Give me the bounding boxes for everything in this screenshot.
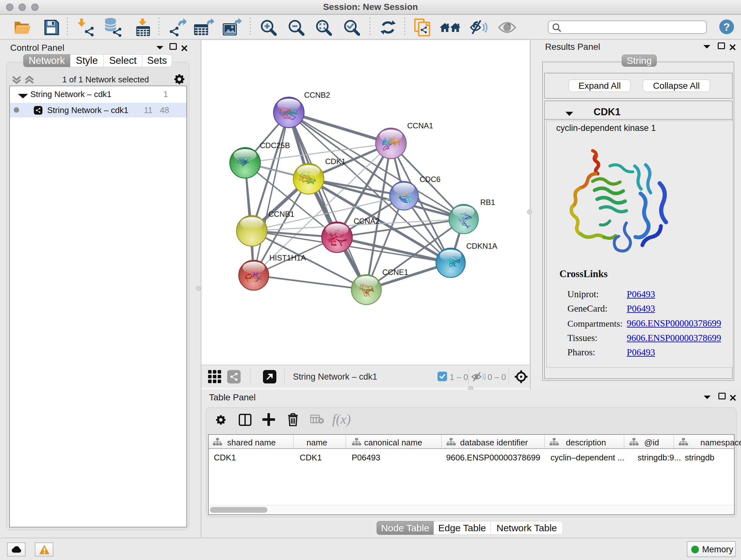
svg-text:CCNA1: CCNA1 — [407, 121, 433, 130]
svg-text:CCNB1: CCNB1 — [268, 210, 294, 219]
svg-text:CCNB2: CCNB2 — [304, 91, 330, 99]
svg-text:RB1: RB1 — [480, 198, 495, 206]
svg-text:HIST1H1A: HIST1H1A — [269, 253, 306, 262]
svg-text:CDK1: CDK1 — [325, 157, 346, 166]
svg-text:CDC6: CDC6 — [420, 175, 441, 184]
svg-text:CDKN1A: CDKN1A — [466, 242, 497, 250]
svg-text:CCNA2: CCNA2 — [354, 217, 380, 226]
svg-text:CCNE1: CCNE1 — [382, 268, 408, 276]
svg-text:CDC25B: CDC25B — [260, 141, 290, 150]
